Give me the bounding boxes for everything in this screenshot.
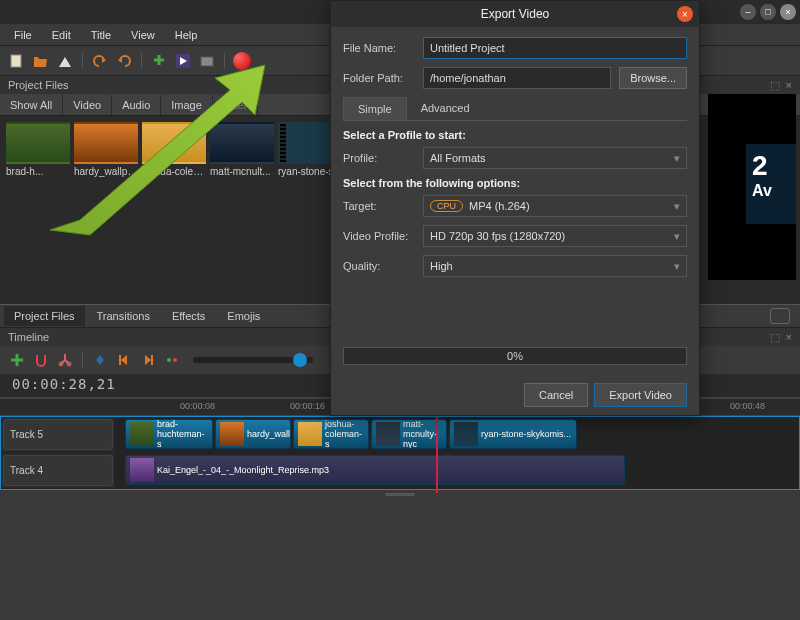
dock-detach-icon[interactable]: ⬚ xyxy=(770,79,780,92)
tab-transitions[interactable]: Transitions xyxy=(87,306,160,326)
prev-marker-icon[interactable] xyxy=(115,351,133,369)
timeline-clip[interactable]: Kai_Engel_-_04_-_Moonlight_Reprise.mp3 xyxy=(125,455,625,485)
menu-file[interactable]: File xyxy=(6,26,40,44)
tab-emojis[interactable]: Emojis xyxy=(217,306,270,326)
timeline-detach-icon[interactable]: ⬚ xyxy=(770,331,780,344)
profile-section-label: Select a Profile to start: xyxy=(343,129,687,141)
svg-point-7 xyxy=(167,358,171,362)
filter-search-input[interactable]: Filter xyxy=(213,95,258,115)
timeline-track[interactable]: Track 5 brad-huchteman-s hardy_wallpaper… xyxy=(1,417,799,453)
resize-handle[interactable] xyxy=(0,490,800,498)
filter-audio[interactable]: Audio xyxy=(112,95,161,115)
open-project-icon[interactable] xyxy=(32,52,50,70)
filter-video[interactable]: Video xyxy=(63,95,112,115)
svg-point-8 xyxy=(173,358,177,362)
tab-advanced[interactable]: Advanced xyxy=(407,97,484,120)
export-video-dialog: Export Video × File Name: Folder Path: B… xyxy=(330,0,700,416)
timeline-clip[interactable]: joshua-coleman-s xyxy=(293,419,369,449)
snap-icon[interactable] xyxy=(32,351,50,369)
window-close-button[interactable]: × xyxy=(780,4,796,20)
quality-label: Quality: xyxy=(343,260,415,272)
next-marker-icon[interactable] xyxy=(139,351,157,369)
window-maximize-button[interactable]: □ xyxy=(760,4,776,20)
target-label: Target: xyxy=(343,200,415,212)
export-progress-bar: 0% xyxy=(343,347,687,365)
filter-show-all[interactable]: Show All xyxy=(0,95,63,115)
target-select[interactable]: CPUMP4 (h.264) xyxy=(423,195,687,217)
quality-select[interactable]: High xyxy=(423,255,687,277)
video-preview[interactable]: 2 Av xyxy=(708,94,796,280)
save-project-icon[interactable] xyxy=(56,52,74,70)
svg-rect-2 xyxy=(201,57,213,66)
dialog-title: Export Video xyxy=(481,7,550,21)
project-file-item[interactable]: joshua-colem... xyxy=(142,122,206,179)
export-video-confirm-button[interactable]: Export Video xyxy=(594,383,687,407)
add-track-icon[interactable] xyxy=(8,351,26,369)
export-tabs: Simple Advanced xyxy=(343,97,687,121)
project-file-item[interactable]: hardy_wallpa... xyxy=(74,122,138,179)
dialog-close-button[interactable]: × xyxy=(677,6,693,22)
tab-effects[interactable]: Effects xyxy=(162,306,215,326)
screenshot-icon[interactable] xyxy=(198,52,216,70)
snapshot-icon[interactable] xyxy=(770,308,790,324)
track-body[interactable]: Kai_Engel_-_04_-_Moonlight_Reprise.mp3 xyxy=(115,453,799,488)
folder-path-label: Folder Path: xyxy=(343,72,415,84)
dock-close-icon[interactable]: × xyxy=(786,79,792,92)
browse-button[interactable]: Browse... xyxy=(619,67,687,89)
timecode-display: 00:00:28,21 xyxy=(12,376,116,392)
menu-edit[interactable]: Edit xyxy=(44,26,79,44)
menu-title[interactable]: Title xyxy=(83,26,119,44)
track-header[interactable]: Track 4 xyxy=(3,455,113,486)
project-files-label: Project Files xyxy=(8,79,69,91)
center-playhead-icon[interactable] xyxy=(163,351,181,369)
menu-view[interactable]: View xyxy=(123,26,163,44)
folder-path-input[interactable] xyxy=(423,67,611,89)
dialog-titlebar[interactable]: Export Video × xyxy=(331,1,699,27)
new-project-icon[interactable] xyxy=(8,52,26,70)
tab-simple[interactable]: Simple xyxy=(343,97,407,120)
timeline-close-icon[interactable]: × xyxy=(786,331,792,344)
import-files-icon[interactable] xyxy=(150,52,168,70)
project-file-item[interactable]: matt-mcnult... xyxy=(210,122,274,179)
timeline-tracks[interactable]: Track 5 brad-huchteman-s hardy_wallpaper… xyxy=(0,416,800,490)
timeline-label: Timeline xyxy=(8,331,49,343)
video-profile-label: Video Profile: xyxy=(343,230,415,242)
profile-label: Profile: xyxy=(343,152,415,164)
svg-rect-0 xyxy=(11,55,21,67)
playhead[interactable] xyxy=(436,417,438,493)
cpu-badge: CPU xyxy=(430,200,463,212)
timeline-clip[interactable]: brad-huchteman-s xyxy=(125,419,213,449)
undo-icon[interactable] xyxy=(91,52,109,70)
cancel-button[interactable]: Cancel xyxy=(524,383,588,407)
svg-rect-5 xyxy=(119,355,121,365)
profile-select[interactable]: All Formats xyxy=(423,147,687,169)
video-profile-select[interactable]: HD 720p 30 fps (1280x720) xyxy=(423,225,687,247)
menu-help[interactable]: Help xyxy=(167,26,206,44)
filename-label: File Name: xyxy=(343,42,415,54)
play-icon[interactable] xyxy=(174,52,192,70)
filter-image[interactable]: Image xyxy=(161,95,213,115)
timeline-track[interactable]: Track 4 Kai_Engel_-_04_-_Moonlight_Repri… xyxy=(1,453,799,489)
tab-project-files[interactable]: Project Files xyxy=(4,306,85,326)
razor-icon[interactable] xyxy=(56,351,74,369)
preview-content: 2 Av xyxy=(746,144,796,224)
track-header[interactable]: Track 5 xyxy=(3,419,113,450)
export-video-button[interactable] xyxy=(233,52,251,70)
timeline-clip[interactable]: ryan-stone-skykomis... xyxy=(449,419,577,449)
zoom-slider-handle[interactable] xyxy=(293,353,307,367)
track-body[interactable]: brad-huchteman-s hardy_wallpaper_ joshua… xyxy=(115,417,799,452)
redo-icon[interactable] xyxy=(115,52,133,70)
zoom-slider[interactable] xyxy=(193,357,313,363)
project-file-item[interactable]: brad-h... xyxy=(6,122,70,179)
add-marker-icon[interactable] xyxy=(91,351,109,369)
window-minimize-button[interactable]: – xyxy=(740,4,756,20)
options-section-label: Select from the following options: xyxy=(343,177,687,189)
svg-rect-6 xyxy=(151,355,153,365)
timeline-clip[interactable]: hardy_wallpaper_ xyxy=(215,419,291,449)
filename-input[interactable] xyxy=(423,37,687,59)
